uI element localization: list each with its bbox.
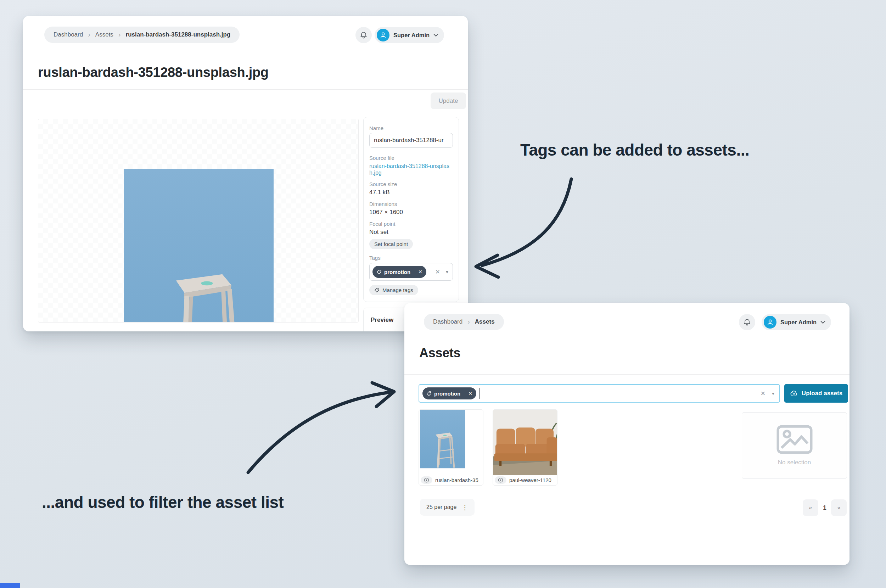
- bell-icon: [359, 31, 368, 39]
- user-menu-label: Super Admin: [780, 319, 817, 326]
- asset-filename: paul-weaver-1120: [509, 477, 552, 483]
- breadcrumb-item-dashboard[interactable]: Dashboard: [54, 31, 83, 38]
- arrow-to-filter-head: [372, 383, 394, 406]
- couch-thumbnail: [493, 410, 557, 475]
- asset-card-ruslan[interactable]: ruslan-bardash-35: [418, 410, 483, 486]
- pagination-page-1[interactable]: 1: [818, 500, 831, 516]
- info-icon: [498, 477, 503, 483]
- breadcrumb: Dashboard › Assets: [424, 314, 504, 330]
- per-page-label: 25 per page: [426, 504, 456, 510]
- tag-chip-promotion: promotion ✕: [423, 387, 476, 399]
- set-focal-point-button[interactable]: Set focal point: [369, 239, 413, 249]
- preview-section-label: Preview: [371, 316, 393, 323]
- chevron-down-icon: [433, 34, 438, 37]
- tag-icon: [376, 269, 382, 274]
- arrow-to-tags-head: [476, 255, 498, 277]
- tag-chip-label: promotion: [432, 391, 464, 397]
- chevron-right-icon: ›: [468, 318, 470, 325]
- asset-detail-window: Dashboard › Assets › ruslan-bardash-3512…: [23, 16, 468, 332]
- name-input[interactable]: [369, 133, 453, 148]
- upload-assets-label: Upload assets: [802, 390, 843, 397]
- chevron-right-icon: ›: [118, 31, 121, 38]
- person-icon: [379, 32, 387, 39]
- asset-details-card: Name Source file ruslan-bardash-351288-u…: [363, 117, 459, 302]
- annotation-filter-note: ...and used to filter the asset list: [42, 493, 283, 512]
- breadcrumb-item-dashboard[interactable]: Dashboard: [433, 318, 462, 326]
- source-size-label: Source size: [369, 181, 453, 187]
- notifications-button[interactable]: [355, 27, 372, 43]
- asset-card-footer: ruslan-bardash-35: [419, 475, 483, 485]
- avatar: [377, 29, 390, 42]
- breadcrumb-item-assets[interactable]: Assets: [95, 31, 113, 38]
- stool-thumbnail: [419, 410, 483, 475]
- bell-icon: [743, 318, 751, 326]
- no-selection-panel: No selection: [742, 412, 847, 479]
- asset-card-footer: paul-weaver-1120: [493, 475, 557, 485]
- tutorial-canvas: Dashboard › Assets › ruslan-bardash-3512…: [0, 0, 886, 588]
- source-file-link[interactable]: ruslan-bardash-351288-unsplash.jpg: [369, 163, 453, 176]
- tags-label: Tags: [369, 255, 453, 261]
- image-preview-panel: [38, 119, 359, 322]
- asset-thumbnail: [493, 410, 557, 475]
- asset-filename: ruslan-bardash-35: [435, 477, 478, 483]
- asset-info-button[interactable]: [421, 476, 432, 484]
- image-placeholder-icon: [777, 425, 813, 454]
- name-label: Name: [369, 125, 453, 131]
- video-progress-bar: [0, 583, 20, 588]
- update-button[interactable]: Update: [430, 93, 466, 109]
- tag-chip-label: promotion: [382, 269, 414, 275]
- cloud-upload-icon: [790, 390, 798, 398]
- stool-photo: [124, 169, 274, 322]
- filter-dropdown-icon[interactable]: ▾: [772, 391, 774, 396]
- arrow-to-filter: [248, 392, 389, 472]
- chevron-right-icon: ›: [88, 31, 90, 38]
- avatar: [764, 316, 777, 328]
- tags-select[interactable]: promotion ✕ ✕ ▾: [369, 263, 453, 281]
- asset-list-window: Dashboard › Assets Super Admin Assets pr…: [404, 303, 850, 565]
- clear-tags-icon[interactable]: ✕: [435, 268, 440, 276]
- tags-dropdown-icon[interactable]: ▾: [446, 269, 448, 274]
- page-title: Assets: [419, 346, 460, 360]
- arrow-to-tags: [482, 179, 571, 266]
- source-file-label: Source file: [369, 155, 453, 161]
- text-cursor: [480, 388, 480, 399]
- notifications-button[interactable]: [739, 314, 755, 330]
- user-menu-label: Super Admin: [393, 32, 430, 39]
- asset-info-button[interactable]: [495, 476, 507, 484]
- asset-thumbnail: [419, 410, 483, 475]
- tag-icon: [374, 288, 379, 293]
- focal-point-value: Not set: [369, 229, 453, 236]
- user-menu[interactable]: Super Admin: [375, 27, 444, 43]
- breadcrumb: Dashboard › Assets › ruslan-bardash-3512…: [44, 27, 240, 43]
- tag-chip-promotion: promotion ✕: [372, 266, 426, 278]
- chevron-down-icon: [820, 321, 825, 324]
- breadcrumb-item-assets: Assets: [475, 318, 495, 326]
- header-divider: [23, 89, 468, 90]
- asset-photo[interactable]: [124, 169, 274, 322]
- manage-tags-label: Manage tags: [382, 287, 413, 293]
- tag-filter-input[interactable]: promotion ✕ ✕ ▾: [418, 384, 780, 403]
- info-icon: [424, 477, 429, 483]
- kebab-menu-icon[interactable]: ⋮: [462, 503, 468, 512]
- no-selection-label: No selection: [778, 459, 811, 466]
- page-title: ruslan-bardash-351288-unsplash.jpg: [38, 65, 268, 80]
- annotation-tags-note: Tags can be added to assets...: [520, 140, 749, 159]
- focal-point-label: Focal point: [369, 221, 453, 227]
- dimensions-label: Dimensions: [369, 201, 453, 207]
- breadcrumb-item-current: ruslan-bardash-351288-unsplash.jpg: [126, 31, 231, 38]
- remove-tag-icon[interactable]: ✕: [414, 269, 426, 274]
- dimensions-value: 1067 × 1600: [369, 209, 453, 216]
- source-size-value: 47.1 kB: [369, 189, 453, 196]
- per-page-select[interactable]: 25 per page ⋮: [420, 499, 475, 516]
- tag-icon: [426, 391, 432, 396]
- clear-filter-icon[interactable]: ✕: [760, 390, 766, 398]
- manage-tags-button[interactable]: Manage tags: [369, 285, 418, 295]
- person-icon: [766, 319, 774, 326]
- pagination-prev-button[interactable]: «: [803, 500, 818, 516]
- user-menu[interactable]: Super Admin: [762, 314, 831, 330]
- remove-tag-icon[interactable]: ✕: [464, 391, 476, 396]
- upload-assets-button[interactable]: Upload assets: [784, 384, 848, 403]
- header-divider: [404, 374, 850, 375]
- asset-card-paul[interactable]: paul-weaver-1120: [493, 410, 558, 486]
- pagination-next-button[interactable]: »: [831, 500, 847, 516]
